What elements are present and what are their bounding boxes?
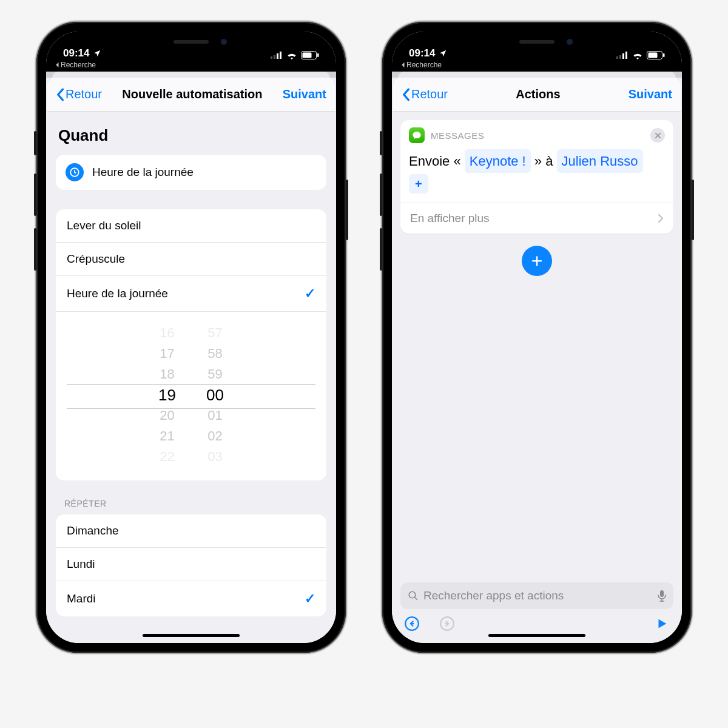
device-frame-left: 09:14 Recherche Retour Nouvelle automati… (36, 22, 346, 653)
svg-rect-0 (271, 56, 272, 59)
next-button[interactable]: Suivant (283, 87, 326, 101)
svg-point-15 (409, 592, 416, 598)
recipient-token[interactable]: Julien Russo (557, 149, 643, 173)
battery-icon (301, 51, 319, 59)
picker-minutes[interactable]: 57 58 59 00 01 02 03 (206, 323, 224, 467)
page-title: Actions (516, 87, 560, 101)
add-recipient-button[interactable]: + (409, 174, 428, 194)
wifi-icon (286, 52, 297, 59)
svg-rect-6 (317, 53, 319, 57)
back-button[interactable]: Retour (402, 87, 448, 101)
time-of-day-pill[interactable]: Heure de la journée (56, 155, 326, 190)
cell-signal-icon (271, 52, 283, 59)
svg-rect-13 (649, 53, 658, 58)
svg-rect-1 (274, 55, 275, 59)
breadcrumb[interactable]: Recherche (46, 61, 336, 72)
search-field[interactable] (400, 582, 673, 609)
home-indicator[interactable] (488, 634, 585, 637)
svg-rect-3 (280, 52, 281, 59)
notch (121, 32, 261, 52)
svg-rect-8 (616, 56, 618, 59)
remove-action-button[interactable] (650, 128, 665, 143)
repeat-group: Dimanche Lundi Mardi ✓ (56, 514, 326, 616)
breadcrumb-caret-icon (400, 62, 405, 68)
wifi-icon (632, 52, 643, 59)
back-button[interactable]: Retour (56, 87, 102, 101)
svg-rect-10 (622, 53, 624, 59)
clock-icon (66, 163, 84, 181)
location-icon (439, 49, 447, 58)
add-action-button[interactable]: + (522, 246, 552, 276)
option-sunset[interactable]: Crépuscule (56, 243, 326, 276)
svg-rect-5 (303, 53, 312, 58)
option-sunrise[interactable]: Lever du soleil (56, 209, 326, 243)
show-more-button[interactable]: En afficher plus (400, 203, 673, 234)
chevron-left-icon (402, 88, 410, 101)
status-time: 09:14 (63, 47, 89, 59)
picker-hours[interactable]: 16 17 18 19 20 21 22 (158, 323, 176, 467)
undo-button[interactable] (403, 615, 421, 633)
time-options-group: Lever du soleil Crépuscule Heure de la j… (56, 209, 326, 480)
bottom-toolbar (403, 613, 671, 635)
day-sunday[interactable]: Dimanche (56, 514, 326, 548)
status-time: 09:14 (409, 47, 435, 59)
repeat-label: RÉPÉTER (46, 480, 336, 514)
dictation-icon[interactable] (658, 590, 666, 602)
run-button[interactable] (653, 615, 671, 633)
card-app-label: MESSAGES (431, 130, 484, 141)
redo-button[interactable] (438, 615, 456, 633)
home-indicator[interactable] (143, 634, 240, 637)
nav-bar: Retour Actions Suivant (393, 78, 681, 112)
day-tuesday[interactable]: Mardi ✓ (56, 581, 326, 616)
svg-rect-2 (277, 53, 278, 59)
device-frame-right: 09:14 Recherche Retour Actions Suivant (382, 22, 692, 653)
breadcrumb-caret-icon (55, 62, 59, 68)
notch (467, 32, 607, 52)
location-icon (93, 49, 101, 58)
messages-app-icon (409, 127, 425, 143)
svg-rect-16 (660, 590, 664, 597)
nav-bar: Retour Nouvelle automatisation Suivant (47, 78, 335, 112)
svg-rect-9 (619, 55, 621, 59)
svg-rect-14 (663, 53, 665, 57)
messages-action-card: MESSAGES Envoie « Keynote ! » à Julien R… (400, 120, 673, 234)
time-picker[interactable]: 16 17 18 19 20 21 22 57 58 59 00 (56, 312, 326, 480)
option-time-of-day[interactable]: Heure de la journée ✓ (56, 276, 326, 312)
page-title: Nouvelle automatisation (122, 87, 262, 101)
action-summary: Envoie « Keynote ! » à Julien Russo + (400, 147, 673, 203)
checkmark-icon: ✓ (305, 286, 315, 302)
search-icon (408, 590, 419, 601)
checkmark-icon: ✓ (305, 591, 315, 607)
battery-icon (647, 51, 665, 59)
section-heading-when: Quand (46, 112, 336, 155)
cell-signal-icon (616, 52, 629, 59)
message-token[interactable]: Keynote ! (465, 149, 531, 173)
breadcrumb[interactable]: Recherche (392, 61, 682, 72)
day-monday[interactable]: Lundi (56, 548, 326, 581)
chevron-right-icon (658, 214, 664, 223)
chevron-left-icon (56, 88, 64, 101)
search-input[interactable] (423, 589, 653, 602)
svg-rect-11 (625, 52, 627, 59)
next-button[interactable]: Suivant (629, 87, 672, 101)
